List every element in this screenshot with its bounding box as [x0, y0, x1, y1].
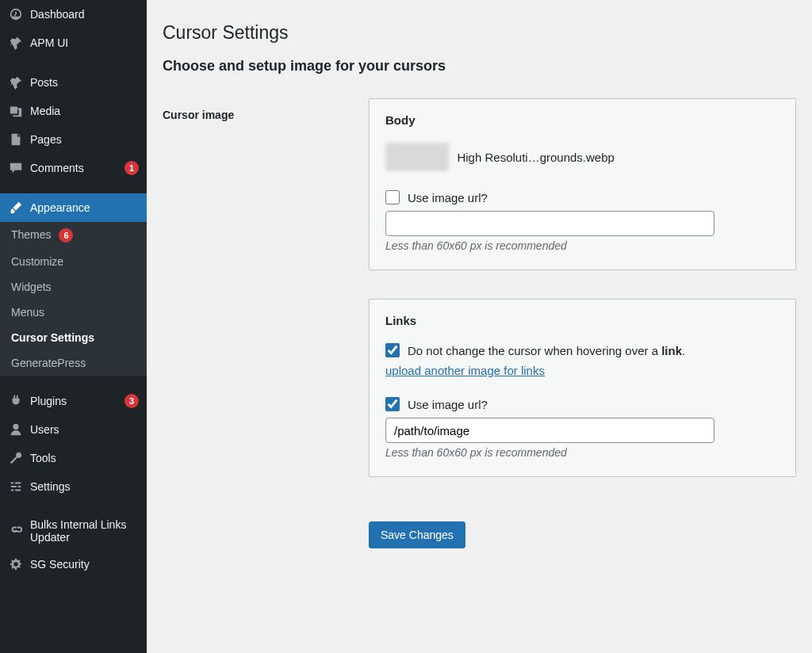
page-subtitle: Choose and setup image for your cursors [163, 58, 796, 74]
sidebar-item-sg-security[interactable]: SG Security [0, 550, 147, 579]
sidebar-item-posts[interactable]: Posts [0, 68, 147, 97]
main-content: Cursor Settings Choose and setup image f… [147, 0, 812, 653]
sub-item-themes[interactable]: Themes 6 [0, 222, 147, 249]
plugin-icon [8, 393, 24, 409]
sidebar-label: Media [30, 105, 139, 117]
themes-badge: 6 [59, 228, 73, 242]
sub-item-customize[interactable]: Customize [0, 249, 147, 274]
dashboard-icon [8, 6, 24, 22]
sidebar-label: Comments [30, 162, 120, 174]
sidebar-label: Dashboard [30, 8, 139, 21]
plugins-badge: 3 [124, 394, 139, 408]
sidebar-label: APM UI [30, 36, 139, 49]
sidebar-label: Plugins [30, 395, 120, 407]
body-url-hint: Less than 60x60 px is recommended [385, 239, 779, 252]
sidebar-item-dashboard[interactable]: Dashboard [0, 0, 147, 29]
sidebar-item-users[interactable]: Users [0, 415, 147, 444]
sidebar-item-pages[interactable]: Pages [0, 125, 147, 154]
sidebar-item-settings[interactable]: Settings [0, 472, 147, 501]
sub-item-menus[interactable]: Menus [0, 300, 147, 325]
page-icon [8, 132, 24, 147]
pin-icon [8, 35, 24, 51]
user-icon [8, 422, 24, 437]
media-icon [8, 103, 24, 119]
links-url-hint: Less than 60x60 px is recommended [385, 446, 779, 459]
comment-icon [8, 160, 24, 176]
sub-label: Themes [11, 228, 52, 241]
body-image-filename: High Resoluti…grounds.webp [457, 151, 614, 164]
appearance-submenu: Themes 6 Customize Widgets Menus Cursor … [0, 222, 147, 376]
sub-item-widgets[interactable]: Widgets [0, 274, 147, 300]
sidebar-item-bulks-internal[interactable]: Bulks Internal Links Updater [0, 512, 147, 550]
page-title: Cursor Settings [163, 22, 796, 44]
sidebar-label: Users [30, 423, 139, 436]
sidebar-label: Pages [30, 133, 139, 146]
sidebar-item-media[interactable]: Media [0, 97, 147, 125]
save-changes-button[interactable]: Save Changes [369, 521, 465, 548]
gear-icon [8, 556, 24, 572]
links-panel: Links Do not change the cursor when hove… [369, 299, 796, 477]
sidebar-item-appearance[interactable]: Appearance [0, 193, 147, 222]
comments-badge: 1 [124, 161, 139, 175]
brush-icon [8, 200, 24, 216]
upload-another-image-link[interactable]: upload another image for links [385, 364, 545, 377]
settings-icon [8, 479, 24, 495]
sidebar-label: Appearance [30, 201, 139, 214]
sidebar-item-plugins[interactable]: Plugins 3 [0, 387, 147, 415]
body-panel: Body High Resoluti…grounds.webp Use imag… [369, 98, 796, 270]
link-icon [8, 523, 24, 539]
sidebar-label: Posts [30, 76, 139, 89]
links-panel-title: Links [385, 314, 779, 327]
sidebar-item-comments[interactable]: Comments 1 [0, 154, 147, 182]
sub-item-generatepress[interactable]: GeneratePress [0, 350, 147, 376]
links-use-url-checkbox[interactable] [385, 397, 400, 411]
sidebar-label: Bulks Internal Links Updater [30, 518, 139, 544]
links-dont-change-checkbox[interactable] [385, 343, 400, 357]
sidebar-item-apm-ui[interactable]: APM UI [0, 29, 147, 57]
links-use-url-label[interactable]: Use image url? [408, 398, 488, 411]
sidebar-item-tools[interactable]: Tools [0, 444, 147, 472]
body-image-thumbnail[interactable] [385, 143, 449, 171]
sidebar-label: Tools [30, 452, 139, 464]
links-url-input[interactable] [385, 418, 714, 443]
links-dont-change-label[interactable]: Do not change the cursor when hovering o… [408, 344, 685, 357]
body-panel-title: Body [385, 113, 779, 127]
admin-sidebar: Dashboard APM UI Posts Media Pages Comme… [0, 0, 147, 653]
body-use-url-checkbox[interactable] [385, 190, 400, 204]
cursor-image-label: Cursor image [163, 109, 234, 121]
sub-item-cursor-settings[interactable]: Cursor Settings [0, 325, 147, 350]
body-url-input[interactable] [385, 211, 714, 236]
sidebar-label: SG Security [30, 558, 139, 571]
body-use-url-label[interactable]: Use image url? [408, 191, 488, 204]
pin-icon [8, 74, 24, 90]
wrench-icon [8, 450, 24, 466]
sidebar-label: Settings [30, 480, 139, 493]
